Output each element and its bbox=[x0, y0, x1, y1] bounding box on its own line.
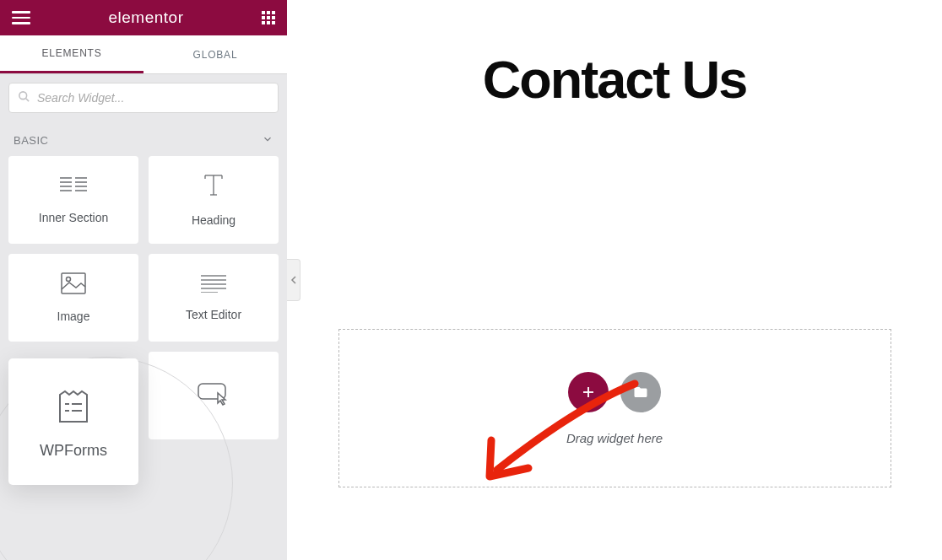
menu-icon[interactable] bbox=[12, 8, 30, 28]
category-label: BASIC bbox=[14, 134, 49, 147]
tab-elements[interactable]: ELEMENTS bbox=[0, 35, 143, 73]
widget-label: Image bbox=[57, 310, 90, 323]
dropzone[interactable]: Drag widget here bbox=[338, 329, 891, 487]
tab-global[interactable]: GLOBAL bbox=[143, 35, 287, 73]
add-section-button[interactable] bbox=[568, 372, 609, 412]
widgets-grid: Inner Section Heading bbox=[0, 156, 287, 502]
heading-icon bbox=[201, 173, 226, 202]
panel-tabs: ELEMENTS GLOBAL bbox=[0, 35, 287, 74]
widget-wpforms[interactable]: WPForms bbox=[8, 358, 138, 485]
widget-button[interactable] bbox=[149, 352, 279, 439]
widget-image[interactable]: Image bbox=[8, 254, 138, 342]
widget-label: Heading bbox=[192, 213, 236, 227]
apps-icon[interactable] bbox=[262, 11, 275, 24]
widget-text-editor[interactable]: Text Editor bbox=[149, 254, 279, 342]
search-icon bbox=[18, 90, 30, 106]
svg-line-1 bbox=[26, 98, 29, 100]
svg-point-16 bbox=[67, 277, 71, 282]
chevron-down-icon bbox=[262, 133, 273, 148]
widget-label: Text Editor bbox=[186, 308, 241, 321]
widget-inner-section[interactable]: Inner Section bbox=[8, 156, 138, 244]
page-title: Contact Us bbox=[287, 49, 942, 110]
canvas: Contact Us Drag widget here bbox=[287, 0, 942, 560]
dropzone-actions bbox=[568, 372, 661, 412]
dropzone-hint: Drag widget here bbox=[566, 431, 663, 445]
category-basic[interactable]: BASIC bbox=[0, 121, 287, 156]
columns-icon bbox=[60, 175, 87, 199]
svg-point-0 bbox=[19, 91, 27, 99]
brand-logo: elementor bbox=[109, 8, 184, 27]
image-icon bbox=[61, 272, 86, 298]
widget-heading[interactable]: Heading bbox=[149, 156, 279, 244]
sidebar-header: elementor bbox=[0, 0, 287, 35]
widget-label: Inner Section bbox=[39, 211, 109, 224]
sidebar: elementor ELEMENTS GLOBAL BASIC bbox=[0, 0, 287, 560]
search-input[interactable] bbox=[37, 91, 269, 105]
widget-label: WPForms bbox=[40, 442, 107, 460]
collapse-sidebar-button[interactable] bbox=[287, 259, 300, 301]
template-library-button[interactable] bbox=[620, 372, 661, 412]
search-box[interactable] bbox=[8, 83, 279, 113]
search-container bbox=[0, 74, 287, 121]
wpforms-icon bbox=[52, 385, 95, 430]
text-editor-icon bbox=[201, 274, 226, 296]
button-icon bbox=[197, 382, 230, 409]
